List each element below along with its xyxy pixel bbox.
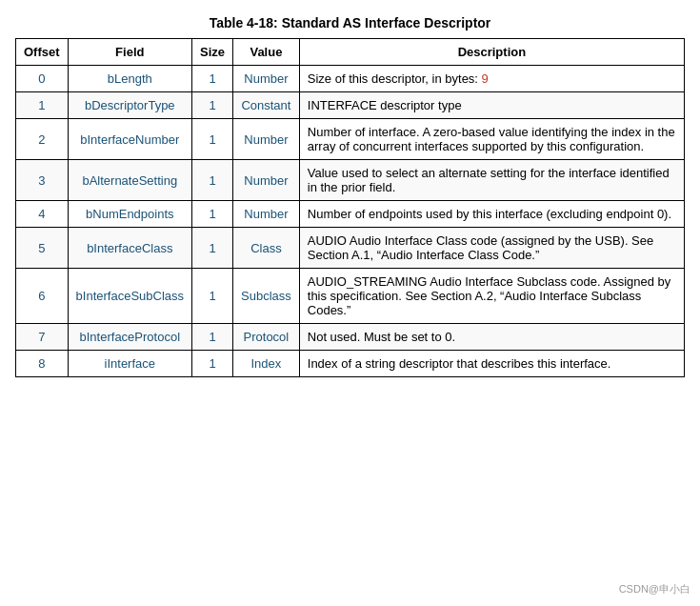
cell-size: 1 [192,66,233,92]
table-header-row: Offset Field Size Value Description [16,39,685,66]
cell-size: 1 [192,119,233,160]
cell-offset: 2 [16,119,69,160]
cell-size: 1 [192,92,233,119]
cell-offset: 7 [16,324,69,351]
cell-offset: 8 [16,351,69,377]
cell-description: Size of this descriptor, in bytes: 9 [299,66,684,92]
cell-value: Number [233,160,300,201]
cell-description: Value used to select an alternate settin… [299,160,684,201]
cell-value: Protocol [233,324,300,351]
cell-field: bInterfaceNumber [68,119,191,160]
cell-description: Not used. Must be set to 0. [299,324,684,351]
cell-size: 1 [192,201,233,228]
table-row: 7bInterfaceProtocol1ProtocolNot used. Mu… [16,324,685,351]
cell-size: 1 [192,228,233,269]
col-header-size: Size [192,39,233,66]
cell-description: AUDIO_STREAMING Audio Interface Subclass… [299,269,684,324]
table-row: 6bInterfaceSubClass1SubclassAUDIO_STREAM… [16,269,685,324]
cell-field: bInterfaceProtocol [68,324,191,351]
cell-size: 1 [192,269,233,324]
col-header-field: Field [68,39,191,66]
cell-offset: 4 [16,201,69,228]
cell-field: bNumEndpoints [68,201,191,228]
cell-value: Number [233,66,300,92]
cell-field: bInterfaceClass [68,228,191,269]
table-row: 0bLength1NumberSize of this descriptor, … [16,66,685,92]
main-table: Offset Field Size Value Description 0bLe… [15,38,685,377]
cell-value: Index [233,351,300,377]
cell-value: Subclass [233,269,300,324]
cell-offset: 6 [16,269,69,324]
cell-field: bAlternateSetting [68,160,191,201]
cell-size: 1 [192,160,233,201]
cell-size: 1 [192,351,233,377]
cell-description: Number of interface. A zero-based value … [299,119,684,160]
cell-offset: 3 [16,160,69,201]
cell-description: Index of a string descriptor that descri… [299,351,684,377]
cell-description: Number of endpoints used by this interfa… [299,201,684,228]
col-header-offset: Offset [16,39,69,66]
table-row: 3bAlternateSetting1NumberValue used to s… [16,160,685,201]
table-row: 1bDescriptorType1ConstantINTERFACE descr… [16,92,685,119]
table-title: Table 4-18: Standard AS Interface Descri… [15,15,685,30]
cell-field: iInterface [68,351,191,377]
cell-value: Number [233,119,300,160]
table-row: 2bInterfaceNumber1NumberNumber of interf… [16,119,685,160]
cell-offset: 0 [16,66,69,92]
table-row: 5bInterfaceClass1ClassAUDIO Audio Interf… [16,228,685,269]
cell-description: INTERFACE descriptor type [299,92,684,119]
col-header-description: Description [299,39,684,66]
cell-value: Constant [233,92,300,119]
table-row: 8iInterface1IndexIndex of a string descr… [16,351,685,377]
cell-value: Number [233,201,300,228]
cell-field: bDescriptorType [68,92,191,119]
cell-offset: 5 [16,228,69,269]
cell-value: Class [233,228,300,269]
col-header-value: Value [233,39,300,66]
cell-size: 1 [192,324,233,351]
table-row: 4bNumEndpoints1NumberNumber of endpoints… [16,201,685,228]
cell-offset: 1 [16,92,69,119]
cell-field: bLength [68,66,191,92]
cell-description: AUDIO Audio Interface Class code (assign… [299,228,684,269]
cell-field: bInterfaceSubClass [68,269,191,324]
